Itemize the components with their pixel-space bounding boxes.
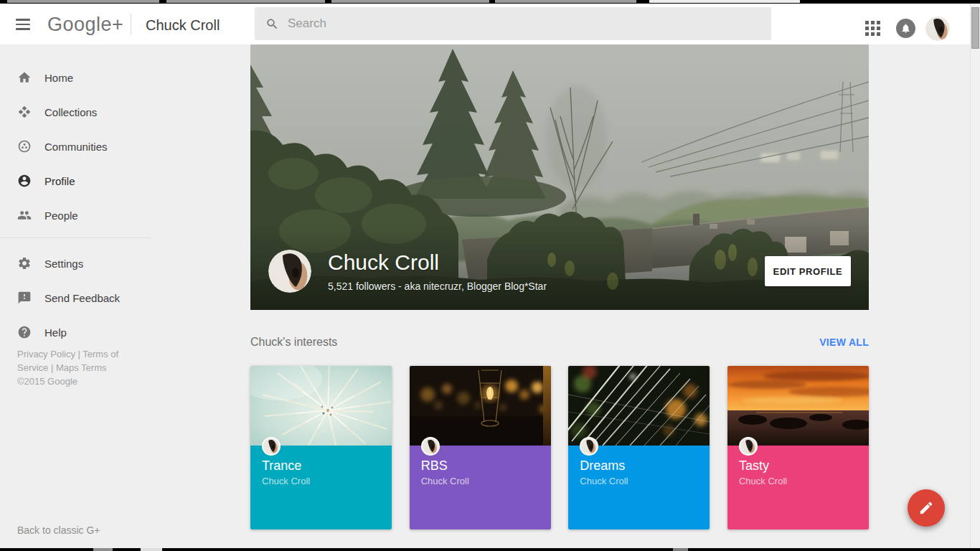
sidebar-item-label: Profile xyxy=(44,175,75,187)
bell-icon xyxy=(900,23,911,34)
browser-tab[interactable] xyxy=(331,0,489,3)
taskbar-item[interactable] xyxy=(673,548,688,551)
apps-grid-icon[interactable] xyxy=(865,21,880,36)
interest-card-title: Dreams xyxy=(580,458,698,474)
sidebar-item-label: People xyxy=(44,209,78,222)
profile-icon xyxy=(17,174,32,188)
sidebar-item-label: Help xyxy=(44,326,67,339)
interest-cover-image xyxy=(410,366,551,446)
sidebar-item-help[interactable]: Help xyxy=(0,315,215,349)
avatar xyxy=(421,437,440,456)
sidebar-item-label: Send Feedback xyxy=(44,292,120,304)
profile-name: Chuck Croll xyxy=(328,250,439,275)
interest-cards-row: Trance Chuck Croll xyxy=(250,366,869,529)
interest-card-rbs[interactable]: RBS Chuck Croll xyxy=(410,366,551,529)
avatar xyxy=(262,437,281,456)
edit-profile-button[interactable]: EDIT PROFILE xyxy=(765,256,851,286)
interest-card-trance[interactable]: Trance Chuck Croll xyxy=(250,366,392,529)
profile-followers-line: 5,521 followers - aka nitecruzr, Blogger… xyxy=(328,281,547,292)
interest-card-owner: Chuck Croll xyxy=(580,476,698,486)
sidebar-item-label: Collections xyxy=(44,106,97,118)
interests-heading: Chuck's interests xyxy=(250,336,337,349)
interest-card-owner: Chuck Croll xyxy=(421,476,540,486)
profile-avatar[interactable] xyxy=(268,250,311,293)
interest-card-title: Trance xyxy=(262,458,380,474)
scrollbar-thumb[interactable] xyxy=(971,7,979,49)
sidebar-item-communities[interactable]: Communities xyxy=(0,129,215,164)
search-box[interactable] xyxy=(255,7,771,40)
sidebar-item-home[interactable]: Home xyxy=(0,60,215,95)
view-all-link[interactable]: VIEW ALL xyxy=(819,336,869,348)
interest-card-owner: Chuck Croll xyxy=(262,476,380,486)
hamburger-menu-icon[interactable] xyxy=(16,19,32,32)
sidebar-divider xyxy=(0,237,151,238)
app-header: Google+ Chuck Croll xyxy=(0,4,980,44)
sidebar-item-profile[interactable]: Profile xyxy=(0,164,215,198)
compose-post-fab[interactable] xyxy=(908,489,945,527)
interest-card-owner: Chuck Croll xyxy=(739,476,857,486)
taskbar-item[interactable] xyxy=(141,548,162,551)
collections-icon xyxy=(17,105,32,119)
people-icon xyxy=(17,208,32,222)
profile-cover: Chuck Croll 5,521 followers - aka nitecr… xyxy=(250,44,869,310)
home-icon xyxy=(17,70,32,85)
interest-card-title: RBS xyxy=(421,458,540,474)
avatar xyxy=(739,437,758,456)
google-plus-logo[interactable]: Google+ xyxy=(47,14,123,36)
help-icon xyxy=(17,325,32,339)
sidebar-item-label: Settings xyxy=(44,258,83,270)
interest-card-dreams[interactable]: Dreams Chuck Croll xyxy=(568,366,710,529)
back-to-classic-link[interactable]: Back to classic G+ xyxy=(17,524,100,536)
pencil-icon xyxy=(918,500,934,516)
sidebar-item-label: Communities xyxy=(44,141,108,153)
browser-tab-strip xyxy=(0,0,980,4)
sidebar-item-label: Home xyxy=(44,72,73,84)
copyright-text: ©2015 Google xyxy=(17,376,77,387)
page-title: Chuck Croll xyxy=(146,17,220,34)
gear-icon xyxy=(17,256,32,270)
google-plus-profile-page: Google+ Chuck Croll Home Collec xyxy=(0,0,980,551)
sidebar-item-send-feedback[interactable]: Send Feedback xyxy=(0,281,215,315)
interest-card-title: Tasty xyxy=(739,458,857,474)
search-icon xyxy=(265,17,279,31)
browser-tab[interactable] xyxy=(166,0,325,3)
interest-cover-image xyxy=(568,366,710,446)
feedback-icon xyxy=(17,291,32,305)
browser-tab-active[interactable] xyxy=(649,0,800,3)
browser-tab[interactable] xyxy=(7,0,159,3)
legal-links[interactable]: Privacy Policy | Terms of Service | Maps… xyxy=(17,347,151,375)
notifications-button[interactable] xyxy=(896,19,915,38)
interest-cover-image xyxy=(250,366,392,446)
interest-cover-image xyxy=(727,366,869,446)
browser-tab[interactable] xyxy=(495,0,636,3)
taskbar-edge xyxy=(0,548,980,551)
account-avatar[interactable] xyxy=(925,17,950,41)
avatar xyxy=(580,437,598,456)
search-input[interactable] xyxy=(279,17,771,31)
sidebar-item-people[interactable]: People xyxy=(0,198,215,232)
communities-icon xyxy=(17,139,32,154)
interest-card-tasty[interactable]: Tasty Chuck Croll xyxy=(727,366,869,529)
vertical-scrollbar[interactable] xyxy=(970,4,980,548)
taskbar-item[interactable] xyxy=(93,548,113,551)
header-divider xyxy=(131,14,131,35)
sidebar-item-settings[interactable]: Settings xyxy=(0,246,215,281)
sidebar-item-collections[interactable]: Collections xyxy=(0,95,215,129)
